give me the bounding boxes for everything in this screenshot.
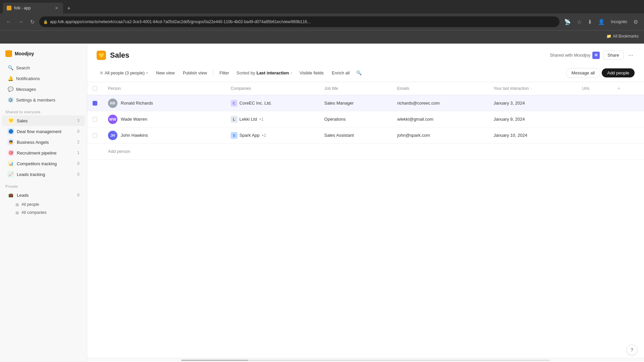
row-1-job-title: Sales Manager: [324, 101, 354, 106]
row-1-person: RR Ronald Richards ···: [108, 99, 220, 108]
filter-button[interactable]: Filter: [216, 68, 232, 77]
business-angels-count: 2: [77, 140, 79, 144]
more-options-button[interactable]: ···: [627, 50, 635, 60]
sales-count: 3: [77, 118, 79, 123]
extensions-icon[interactable]: ⚙: [631, 17, 640, 26]
page-header-right: Shared with Moodjoy M Share ···: [550, 50, 635, 60]
sidebar-item-leads-tracking[interactable]: 📈 Leads tracking 0: [2, 169, 85, 180]
row-1-job-title-cell: Sales Manager: [319, 95, 392, 111]
row-2-interaction: January 9, 2024: [493, 117, 525, 122]
message-all-button[interactable]: Message all: [566, 68, 600, 78]
row-1-checkbox[interactable]: [93, 101, 97, 106]
search-label: Search: [16, 65, 30, 70]
row-2-avatar: WW: [108, 115, 117, 124]
row-3-checkbox[interactable]: [93, 133, 97, 138]
active-tab[interactable]: folk - app ✕: [3, 3, 63, 13]
sidebar-item-leads[interactable]: 💼 Leads 0: [2, 190, 85, 200]
lock-icon: 🔒: [43, 20, 48, 24]
app-container: Moodjoy 🔍 Search 🔔 Notifications 💬 Messa…: [0, 44, 644, 362]
sidebar-item-search[interactable]: 🔍 Search: [2, 62, 85, 73]
add-person-button[interactable]: Add person: [108, 149, 130, 154]
row-1-avatar: RR: [108, 99, 117, 108]
brand: Moodjoy: [0, 48, 87, 62]
row-2-job-title: Operations: [324, 117, 346, 122]
table-header: Person Companies Job title Emails: [87, 82, 644, 95]
last-interaction-column-header: Your last interaction ↑: [488, 82, 577, 95]
add-column-header: +: [609, 82, 644, 95]
horizontal-scrollbar[interactable]: [87, 358, 644, 362]
select-all-checkbox[interactable]: [93, 86, 97, 91]
table-row[interactable]: RR Ronald Richards ··· C CoreEC Inc. Ltd…: [87, 95, 644, 111]
all-bookmarks-button[interactable]: 📁 All Bookmarks: [606, 34, 639, 39]
sidebar-item-recruitment[interactable]: 🎯 Recruitment pipeline 1: [2, 147, 85, 158]
cast-icon[interactable]: 📡: [562, 17, 573, 26]
sidebar-sub-all-companies[interactable]: ▦ All companies: [2, 208, 85, 217]
visible-fields-button[interactable]: Visible fields: [296, 68, 327, 77]
last-interaction-col-label: Your last interaction: [493, 86, 529, 91]
scroll-thumb[interactable]: [181, 360, 248, 361]
toolbar: ⊞ All people (3 people) ▾ New view Publi…: [87, 65, 644, 82]
forward-button[interactable]: →: [16, 17, 25, 26]
brand-name: Moodjoy: [15, 51, 34, 56]
search-icon: 🔍: [7, 65, 13, 71]
shared-avatar: M: [592, 52, 600, 59]
bookmark-star-icon[interactable]: ☆: [575, 17, 584, 26]
new-view-button[interactable]: New view: [153, 68, 178, 77]
sidebar-item-settings[interactable]: ⚙️ Settings & members: [2, 95, 85, 105]
row-1-name: Ronald Richards: [121, 101, 153, 106]
row-1-interaction: January 3, 2024: [493, 101, 525, 106]
enrich-all-button[interactable]: Enrich all: [328, 68, 353, 77]
row-3-avatar: JH: [108, 131, 117, 140]
sidebar-item-business-angels[interactable]: 👼 Business Angels 2: [2, 137, 85, 147]
reload-button[interactable]: ↻: [28, 17, 37, 26]
tab-title: folk - app: [14, 6, 31, 10]
new-tab-button[interactable]: +: [66, 4, 72, 13]
tab-close-button[interactable]: ✕: [54, 5, 59, 11]
deal-flow-icon: 🔵: [7, 128, 14, 135]
brand-icon: [5, 50, 12, 57]
address-bar[interactable]: 🔒 app.folk.app/apps/contacts/network/cca…: [39, 16, 559, 27]
help-button[interactable]: ?: [627, 345, 637, 355]
notifications-label: Notifications: [16, 76, 40, 81]
job-title-col-label: Job title: [324, 86, 338, 91]
sorted-by-indicator: Sorted by Last interaction ↑: [234, 70, 295, 75]
share-button[interactable]: Share: [603, 51, 624, 60]
publish-view-button[interactable]: Publish view: [179, 68, 210, 77]
add-column-button[interactable]: +: [614, 85, 623, 91]
sidebar-item-messages[interactable]: 💬 Messages: [2, 84, 85, 95]
row-2-checkbox[interactable]: [93, 117, 97, 122]
competitors-icon: 📊: [7, 160, 14, 167]
select-all-column: [87, 82, 103, 95]
profile-icon[interactable]: 👤: [596, 17, 607, 26]
sidebar-item-deal-flow[interactable]: 🔵 Deal flow management 0: [2, 126, 85, 137]
row-2-checkbox-cell: [87, 111, 103, 127]
row-1-more-button[interactable]: ···: [156, 99, 165, 108]
back-button[interactable]: ←: [4, 17, 13, 26]
row-2-name: Wade Warren: [121, 117, 147, 122]
shared-section-label: Shared to everyone: [0, 105, 87, 115]
sidebar-item-competitors[interactable]: 📊 Competitors tracking 0: [2, 158, 85, 169]
row-3-interaction-cell: January 10, 2024: [488, 127, 577, 143]
header-row: Person Companies Job title Emails: [87, 82, 644, 95]
table-row[interactable]: WW Wade Warren L Lekki Ltd +1: [87, 111, 644, 127]
all-people-dropdown[interactable]: ⊞ All people (3 people) ▾: [97, 68, 151, 77]
sidebar-item-notifications[interactable]: 🔔 Notifications: [2, 73, 85, 84]
row-3-extra-cell: [609, 127, 644, 143]
add-people-button[interactable]: Add people: [602, 68, 635, 77]
download-icon[interactable]: ⬇: [586, 17, 594, 26]
row-1-checkbox-cell: [87, 95, 103, 111]
notifications-icon: 🔔: [7, 75, 13, 81]
sidebar-item-sales[interactable]: 💛 Sales 3: [2, 115, 85, 126]
search-button[interactable]: 🔍: [354, 68, 364, 77]
shared-with-label: Shared with Moodjoy M: [550, 52, 600, 59]
row-2-email: wlekki@gmail.com: [397, 117, 433, 122]
row-2-interaction-cell: January 9, 2024: [488, 111, 577, 127]
contacts-table: Person Companies Job title Emails: [87, 82, 644, 160]
sales-icon: 💛: [7, 117, 14, 124]
settings-label: Settings & members: [16, 98, 55, 103]
table-row[interactable]: JH John Hawkins S Spark App +1: [87, 127, 644, 143]
main-content: 💛 Sales Shared with Moodjoy M Share ··· …: [87, 44, 644, 362]
person-col-label: Person: [108, 86, 121, 91]
emails-col-label: Emails: [397, 86, 409, 91]
sidebar-sub-all-people[interactable]: ▦ All people: [2, 200, 85, 208]
